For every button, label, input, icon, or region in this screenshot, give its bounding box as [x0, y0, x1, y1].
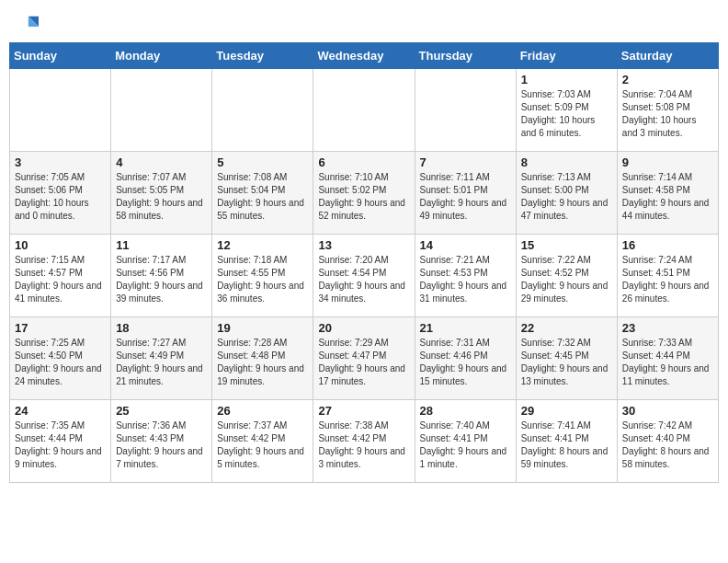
day-info: Sunrise: 7:29 AM Sunset: 4:47 PM Dayligh…: [318, 337, 409, 388]
day-info: Sunrise: 7:05 AM Sunset: 5:06 PM Dayligh…: [15, 171, 106, 223]
calendar-cell: 21Sunrise: 7:31 AM Sunset: 4:46 PM Dayli…: [415, 317, 516, 400]
calendar-cell: 5Sunrise: 7:08 AM Sunset: 5:04 PM Daylig…: [212, 152, 313, 235]
day-info: Sunrise: 7:25 AM Sunset: 4:50 PM Dayligh…: [15, 337, 106, 388]
day-info: Sunrise: 7:40 AM Sunset: 4:41 PM Dayligh…: [420, 419, 511, 471]
day-number: 29: [521, 404, 612, 418]
calendar-cell: 23Sunrise: 7:33 AM Sunset: 4:44 PM Dayli…: [617, 317, 718, 400]
day-number: 24: [15, 404, 106, 418]
calendar-table: SundayMondayTuesdayWednesdayThursdayFrid…: [9, 42, 719, 483]
day-number: 19: [217, 321, 308, 335]
day-number: 5: [217, 155, 308, 169]
day-number: 25: [116, 404, 207, 418]
day-number: 13: [318, 238, 409, 252]
calendar-cell: 7Sunrise: 7:11 AM Sunset: 5:01 PM Daylig…: [415, 152, 516, 235]
logo: [13, 13, 42, 39]
day-info: Sunrise: 7:15 AM Sunset: 4:57 PM Dayligh…: [15, 254, 106, 305]
day-info: Sunrise: 7:22 AM Sunset: 4:52 PM Dayligh…: [521, 254, 612, 305]
day-number: 3: [15, 155, 106, 169]
day-info: Sunrise: 7:20 AM Sunset: 4:54 PM Dayligh…: [318, 254, 409, 305]
day-number: 1: [521, 73, 612, 86]
calendar-cell: 26Sunrise: 7:37 AM Sunset: 4:42 PM Dayli…: [212, 400, 313, 483]
day-number: 18: [116, 321, 207, 335]
day-number: 23: [622, 321, 713, 335]
calendar-cell: 10Sunrise: 7:15 AM Sunset: 4:57 PM Dayli…: [10, 235, 111, 317]
day-info: Sunrise: 7:32 AM Sunset: 4:45 PM Dayligh…: [521, 337, 612, 388]
header-thursday: Thursday: [415, 43, 516, 69]
day-info: Sunrise: 7:21 AM Sunset: 4:53 PM Dayligh…: [420, 254, 511, 305]
calendar-cell: 30Sunrise: 7:42 AM Sunset: 4:40 PM Dayli…: [617, 400, 718, 483]
day-number: 17: [15, 321, 106, 335]
week-row-4: 24Sunrise: 7:35 AM Sunset: 4:44 PM Dayli…: [10, 400, 719, 483]
calendar-cell: 25Sunrise: 7:36 AM Sunset: 4:43 PM Dayli…: [111, 400, 212, 483]
calendar-cell: [111, 69, 212, 152]
week-row-1: 3Sunrise: 7:05 AM Sunset: 5:06 PM Daylig…: [10, 152, 719, 235]
calendar-cell: 4Sunrise: 7:07 AM Sunset: 5:05 PM Daylig…: [111, 152, 212, 235]
calendar-cell: 22Sunrise: 7:32 AM Sunset: 4:45 PM Dayli…: [516, 317, 617, 400]
calendar-cell: 11Sunrise: 7:17 AM Sunset: 4:56 PM Dayli…: [111, 235, 212, 317]
calendar-cell: 15Sunrise: 7:22 AM Sunset: 4:52 PM Dayli…: [516, 235, 617, 317]
day-info: Sunrise: 7:14 AM Sunset: 4:58 PM Dayligh…: [622, 171, 713, 223]
day-number: 6: [318, 155, 409, 169]
day-info: Sunrise: 7:41 AM Sunset: 4:41 PM Dayligh…: [521, 419, 612, 471]
day-number: 30: [622, 404, 713, 418]
day-number: 9: [622, 155, 713, 169]
day-info: Sunrise: 7:27 AM Sunset: 4:49 PM Dayligh…: [116, 337, 207, 388]
header-friday: Friday: [516, 43, 617, 69]
day-number: 11: [116, 238, 207, 252]
day-info: Sunrise: 7:08 AM Sunset: 5:04 PM Dayligh…: [217, 171, 308, 223]
week-row-2: 10Sunrise: 7:15 AM Sunset: 4:57 PM Dayli…: [10, 235, 719, 317]
day-number: 7: [420, 155, 511, 169]
day-info: Sunrise: 7:03 AM Sunset: 5:09 PM Dayligh…: [521, 88, 612, 140]
calendar-cell: 14Sunrise: 7:21 AM Sunset: 4:53 PM Dayli…: [415, 235, 516, 317]
day-info: Sunrise: 7:18 AM Sunset: 4:55 PM Dayligh…: [217, 254, 308, 305]
calendar-cell: [10, 69, 111, 152]
day-info: Sunrise: 7:04 AM Sunset: 5:08 PM Dayligh…: [622, 88, 713, 140]
calendar-cell: 29Sunrise: 7:41 AM Sunset: 4:41 PM Dayli…: [516, 400, 617, 483]
calendar-cell: 13Sunrise: 7:20 AM Sunset: 4:54 PM Dayli…: [313, 235, 415, 317]
header-wednesday: Wednesday: [313, 43, 415, 69]
calendar-cell: 2Sunrise: 7:04 AM Sunset: 5:08 PM Daylig…: [617, 69, 718, 152]
day-info: Sunrise: 7:33 AM Sunset: 4:44 PM Dayligh…: [622, 337, 713, 388]
calendar-cell: 20Sunrise: 7:29 AM Sunset: 4:47 PM Dayli…: [313, 317, 415, 400]
day-number: 14: [420, 238, 511, 252]
calendar-cell: [313, 69, 415, 152]
calendar-cell: 9Sunrise: 7:14 AM Sunset: 4:58 PM Daylig…: [617, 152, 718, 235]
header-sunday: Sunday: [10, 43, 111, 69]
day-info: Sunrise: 7:35 AM Sunset: 4:44 PM Dayligh…: [15, 419, 106, 471]
calendar-cell: [212, 69, 313, 152]
calendar-cell: 1Sunrise: 7:03 AM Sunset: 5:09 PM Daylig…: [516, 69, 617, 152]
calendar-cell: 16Sunrise: 7:24 AM Sunset: 4:51 PM Dayli…: [617, 235, 718, 317]
day-number: 12: [217, 238, 308, 252]
header-saturday: Saturday: [617, 43, 718, 69]
calendar-cell: 3Sunrise: 7:05 AM Sunset: 5:06 PM Daylig…: [10, 152, 111, 235]
day-number: 15: [521, 238, 612, 252]
day-number: 22: [521, 321, 612, 335]
day-info: Sunrise: 7:07 AM Sunset: 5:05 PM Dayligh…: [116, 171, 207, 223]
day-info: Sunrise: 7:36 AM Sunset: 4:43 PM Dayligh…: [116, 419, 207, 471]
calendar-cell: [415, 69, 516, 152]
day-number: 4: [116, 155, 207, 169]
calendar-cell: 28Sunrise: 7:40 AM Sunset: 4:41 PM Dayli…: [415, 400, 516, 483]
day-number: 21: [420, 321, 511, 335]
day-info: Sunrise: 7:13 AM Sunset: 5:00 PM Dayligh…: [521, 171, 612, 223]
day-number: 27: [318, 404, 409, 418]
calendar-header-row: SundayMondayTuesdayWednesdayThursdayFrid…: [10, 43, 719, 69]
header-tuesday: Tuesday: [212, 43, 313, 69]
day-info: Sunrise: 7:24 AM Sunset: 4:51 PM Dayligh…: [622, 254, 713, 305]
day-info: Sunrise: 7:37 AM Sunset: 4:42 PM Dayligh…: [217, 419, 308, 471]
day-info: Sunrise: 7:17 AM Sunset: 4:56 PM Dayligh…: [116, 254, 207, 305]
day-info: Sunrise: 7:10 AM Sunset: 5:02 PM Dayligh…: [318, 171, 409, 223]
page-header: [9, 9, 719, 39]
calendar-cell: 19Sunrise: 7:28 AM Sunset: 4:48 PM Dayli…: [212, 317, 313, 400]
day-number: 20: [318, 321, 409, 335]
header-monday: Monday: [111, 43, 212, 69]
day-number: 2: [622, 73, 713, 86]
calendar-cell: 27Sunrise: 7:38 AM Sunset: 4:42 PM Dayli…: [313, 400, 415, 483]
logo-icon: [13, 13, 39, 39]
day-info: Sunrise: 7:11 AM Sunset: 5:01 PM Dayligh…: [420, 171, 511, 223]
calendar-cell: 18Sunrise: 7:27 AM Sunset: 4:49 PM Dayli…: [111, 317, 212, 400]
calendar-cell: 12Sunrise: 7:18 AM Sunset: 4:55 PM Dayli…: [212, 235, 313, 317]
day-number: 16: [622, 238, 713, 252]
day-number: 28: [420, 404, 511, 418]
day-number: 26: [217, 404, 308, 418]
